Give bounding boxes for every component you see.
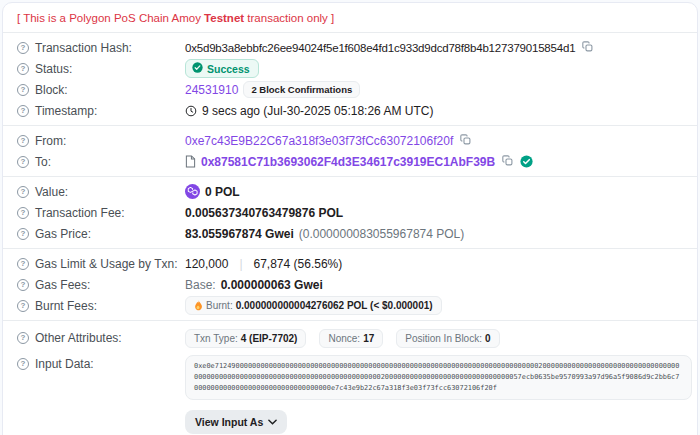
to-label: To: xyxy=(35,155,51,169)
gas-price-pol-equivalent: (0.000000083055967874 POL) xyxy=(299,227,464,241)
notice-testnet-label: Testnet xyxy=(204,12,244,24)
burnt-fees-badge: Burnt: 0.000000000004276062 POL (< $0.00… xyxy=(185,296,442,315)
txn-type-badge: Txn Type: 4 (EIP-7702) xyxy=(185,329,306,348)
section-amounts: ? Value: 0 POL ? Transaction Fee: 0.0056… xyxy=(3,176,697,248)
timestamp-label: Timestamp: xyxy=(35,104,97,118)
contract-document-icon xyxy=(185,155,196,168)
section-overview: ? Transaction Hash: 0x5d9b3a8ebbfc26ee94… xyxy=(3,32,697,125)
row-transaction-fee: ? Transaction Fee: 0.005637340763479876 … xyxy=(3,202,697,223)
row-transaction-hash: ? Transaction Hash: 0x5d9b3a8ebbfc26ee94… xyxy=(3,37,697,58)
help-icon[interactable]: ? xyxy=(17,186,29,198)
separator: | xyxy=(233,257,248,271)
flame-icon xyxy=(194,300,203,311)
section-other: ? Other Attributes: Txn Type: 4 (EIP-770… xyxy=(3,320,697,435)
row-to: ? To: 0x87581C71b3693062F4d3E34617c3919E… xyxy=(3,151,697,172)
burnt-value: 0.000000000004276062 POL (< $0.000001) xyxy=(236,300,433,311)
copy-icon xyxy=(460,133,471,148)
input-data-label: Input Data: xyxy=(35,357,94,371)
notice-text: [ This is a Polygon PoS Chain Amoy xyxy=(17,12,204,24)
help-icon[interactable]: ? xyxy=(17,156,29,168)
row-block: ? Block: 24531910 2 Block Confirmations xyxy=(3,79,697,100)
burnt-fees-label: Burnt Fees: xyxy=(35,299,97,313)
gas-limit-usage-label: Gas Limit & Usage by Txn: xyxy=(35,257,178,271)
help-icon[interactable]: ? xyxy=(17,63,29,75)
copy-from-address-button[interactable] xyxy=(458,133,473,148)
chevron-down-icon xyxy=(268,419,277,425)
section-parties: ? From: 0xe7c43E9B22C67a318f3e03f73fCc63… xyxy=(3,125,697,176)
row-gas-price: ? Gas Price: 83.055967874 Gwei (0.000000… xyxy=(3,223,697,244)
input-data-box[interactable]: 0xe0e71249000000000000000000000000000000… xyxy=(185,355,692,400)
help-icon[interactable]: ? xyxy=(17,42,29,54)
transaction-fee-label: Transaction Fee: xyxy=(35,206,125,220)
help-icon[interactable]: ? xyxy=(17,105,29,117)
burnt-label: Burnt: xyxy=(206,300,233,311)
help-icon[interactable]: ? xyxy=(17,207,29,219)
clock-icon xyxy=(185,105,197,117)
position-in-block-badge: Position In Block: 0 xyxy=(396,329,499,348)
status-badge: Success xyxy=(185,59,259,78)
transaction-hash-value: 0x5d9b3a8ebbfc26ee94024f5e1f608e4fd1c933… xyxy=(185,42,575,54)
copy-hash-button[interactable] xyxy=(580,40,595,55)
to-address-link[interactable]: 0x87581C71b3693062F4d3E34617c3919EC1AbF3… xyxy=(201,155,495,169)
view-input-as-label: View Input As xyxy=(195,416,263,428)
row-timestamp: ? Timestamp: 9 secs ago (Jul-30-2025 05:… xyxy=(3,100,697,121)
row-input-data: ? Input Data: 0xe0e712490000000000000000… xyxy=(3,351,697,401)
copy-icon xyxy=(582,40,593,55)
from-label: From: xyxy=(35,134,66,148)
help-icon[interactable]: ? xyxy=(17,300,29,312)
block-label: Block: xyxy=(35,83,68,97)
help-icon[interactable]: ? xyxy=(17,332,29,344)
status-label: Status: xyxy=(35,62,72,76)
row-from: ? From: 0xe7c43E9B22C67a318f3e03f73fCc63… xyxy=(3,130,697,151)
verified-check-icon xyxy=(520,155,533,168)
notice-text-suffix: transaction only ] xyxy=(244,12,334,24)
status-badge-text: Success xyxy=(207,63,250,75)
row-gas-limit-usage: ? Gas Limit & Usage by Txn: 120,000 | 67… xyxy=(3,253,697,274)
value-amount: 0 POL xyxy=(205,185,240,199)
polygon-token-icon xyxy=(185,184,200,199)
gas-usage-value: 67,874 (56.56%) xyxy=(254,257,343,271)
nonce-badge: Nonce: 17 xyxy=(319,329,383,348)
base-fee-value: 0.000000063 Gwei xyxy=(221,278,323,292)
testnet-notice: [ This is a Polygon PoS Chain Amoy Testn… xyxy=(3,3,697,32)
copy-to-address-button[interactable] xyxy=(500,154,515,169)
section-gas: ? Gas Limit & Usage by Txn: 120,000 | 67… xyxy=(3,248,697,320)
transaction-hash-label: Transaction Hash: xyxy=(35,41,132,55)
help-icon[interactable]: ? xyxy=(17,279,29,291)
gas-price-label: Gas Price: xyxy=(35,227,91,241)
help-icon[interactable]: ? xyxy=(17,228,29,240)
base-fee-label: Base: xyxy=(185,278,216,292)
row-gas-fees: ? Gas Fees: Base: 0.000000063 Gwei xyxy=(3,274,697,295)
row-other-attributes: ? Other Attributes: Txn Type: 4 (EIP-770… xyxy=(3,325,697,351)
help-icon[interactable]: ? xyxy=(17,135,29,147)
gas-price-value: 83.055967874 Gwei xyxy=(185,227,294,241)
value-label: Value: xyxy=(35,185,68,199)
transaction-fee-value: 0.005637340763479876 POL xyxy=(185,206,343,220)
row-value: ? Value: 0 POL xyxy=(3,181,697,202)
block-confirmations-badge: 2 Block Confirmations xyxy=(243,81,360,98)
other-attributes-label: Other Attributes: xyxy=(35,331,122,345)
help-icon[interactable]: ? xyxy=(17,358,29,370)
row-burnt-fees: ? Burnt Fees: Burnt: 0.00000000000427606… xyxy=(3,295,697,316)
help-icon[interactable]: ? xyxy=(17,84,29,96)
view-input-as-button[interactable]: View Input As xyxy=(185,410,287,434)
timestamp-value: 9 secs ago (Jul-30-2025 05:18:26 AM UTC) xyxy=(202,104,433,118)
gas-limit-value: 120,000 xyxy=(185,257,228,271)
block-number-link[interactable]: 24531910 xyxy=(185,83,238,97)
help-icon[interactable]: ? xyxy=(17,258,29,270)
check-circle-icon xyxy=(192,62,203,75)
copy-icon xyxy=(502,154,513,169)
row-view-input-as: View Input As xyxy=(3,401,697,435)
gas-fees-label: Gas Fees: xyxy=(35,278,90,292)
row-status: ? Status: Success xyxy=(3,58,697,79)
transaction-details-card: [ This is a Polygon PoS Chain Amoy Testn… xyxy=(2,2,698,435)
from-address-link[interactable]: 0xe7c43E9B22C67a318f3e03f73fCc63072106f2… xyxy=(185,134,453,148)
